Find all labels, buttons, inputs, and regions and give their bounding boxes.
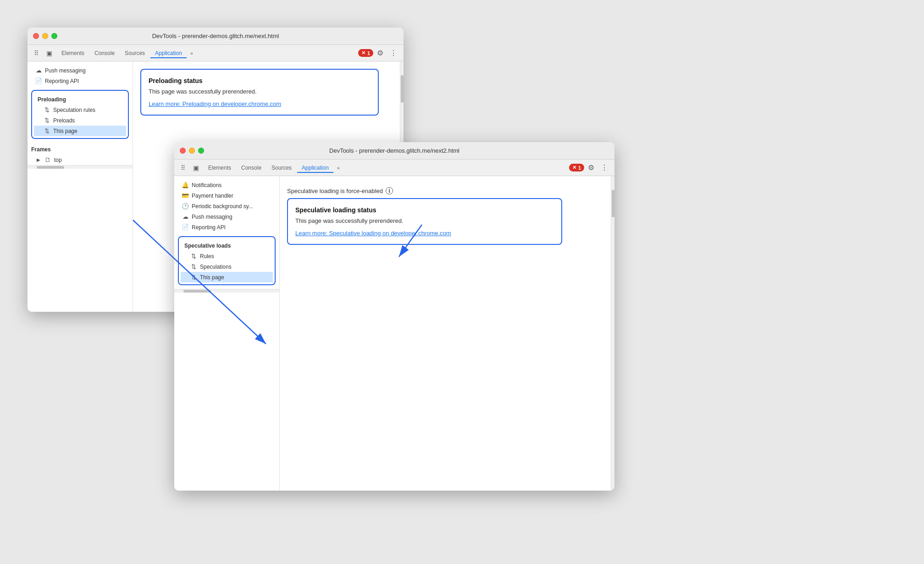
more-tabs-icon-1[interactable]: » — [188, 49, 196, 58]
sidebar-1: ☁ Push messaging 📄 Reporting API Preload… — [28, 61, 133, 312]
sidebar-item-reporting-api-2[interactable]: 📄 Reporting API — [174, 222, 279, 232]
force-enabled-row: Speculative loading is force-enabled ℹ — [287, 183, 603, 198]
tab-console-2[interactable]: Console — [237, 163, 266, 173]
tab-sources-1[interactable]: Sources — [120, 48, 149, 58]
titlebar-2: DevTools - prerender-demos.glitch.me/nex… — [174, 142, 614, 160]
updown-icon-3: ⇅ — [43, 127, 50, 134]
info-icon[interactable]: ℹ — [386, 187, 393, 194]
tab-application-1[interactable]: Application — [150, 48, 187, 58]
speculative-status-box: Speculative loading status This page was… — [287, 198, 562, 245]
more-tabs-icon-2[interactable]: » — [334, 163, 343, 172]
sidebar-item-this-page-2[interactable]: ⇅ This page — [181, 272, 273, 282]
devtools-tabbar-2: ⠿ ▣ Elements Console Sources Application… — [174, 160, 614, 176]
sidebar-item-push-messaging-2[interactable]: ☁ Push messaging — [174, 211, 279, 222]
close-button-1[interactable] — [33, 33, 39, 39]
preloading-status-title: Preloading status — [149, 77, 371, 84]
h-scrollbar-2[interactable] — [174, 289, 279, 293]
traffic-lights-2 — [180, 148, 204, 154]
v-scrollbar-thumb-2 — [612, 190, 614, 217]
sidebar-item-top-1[interactable]: ▶ 🗋 top — [28, 155, 133, 165]
sidebar-item-reporting-api-1[interactable]: 📄 Reporting API — [28, 76, 133, 86]
preloading-status-text: This page was successfully prerendered. — [149, 88, 371, 95]
sidebar-item-preloads-1[interactable]: ⇅ Preloads — [34, 115, 126, 126]
preloading-status-box: Preloading status This page was successf… — [140, 69, 379, 116]
speculative-status-title: Speculative loading status — [295, 206, 554, 214]
tab-elements-2[interactable]: Elements — [204, 163, 236, 173]
tab-sources-2[interactable]: Sources — [267, 163, 296, 173]
updown-icon-1: ⇅ — [43, 106, 50, 113]
payment-icon: 💳 — [182, 192, 189, 199]
close-button-2[interactable] — [180, 148, 186, 154]
force-enabled-text: Speculative loading is force-enabled — [287, 188, 383, 194]
tab-application-2[interactable]: Application — [297, 163, 333, 173]
sidebar-item-speculations-2[interactable]: ⇅ Speculations — [181, 261, 273, 272]
maximize-button-2[interactable] — [198, 148, 204, 154]
more-icon-1[interactable]: ⋮ — [387, 47, 400, 59]
devtools-body-2: 🔔 Notifications 💳 Payment handler 🕐 Peri… — [174, 176, 614, 491]
sidebar-item-push-messaging-1[interactable]: ☁ Push messaging — [28, 65, 133, 76]
error-badge-2: ✕ 1 — [569, 164, 584, 171]
h-scrollbar-1[interactable] — [28, 165, 133, 169]
updown-icon-2: ⇅ — [43, 117, 50, 124]
preloading-group-box: Preloading ⇅ Speculation rules ⇅ Preload… — [31, 90, 129, 139]
sidebar-item-rules-2[interactable]: ⇅ Rules — [181, 251, 273, 261]
sidebar-item-payment-handler-2[interactable]: 💳 Payment handler — [174, 190, 279, 201]
doc-icon-2: 📄 — [182, 224, 189, 231]
arrow-icon: ▶ — [37, 157, 41, 162]
updown-icon-6: ⇅ — [190, 274, 197, 281]
doc-icon: 📄 — [35, 77, 42, 84]
speculative-learn-more-link[interactable]: Learn more: Speculative loading on devel… — [295, 230, 554, 237]
devtools-tabbar-1: ⠿ ▣ Elements Console Sources Application… — [28, 45, 404, 61]
settings-icon-2[interactable]: ⚙ — [585, 161, 597, 174]
minimize-button-1[interactable] — [42, 33, 48, 39]
clock-icon: 🕐 — [182, 203, 189, 210]
frames-group-label: Frames — [28, 143, 133, 155]
tab-console-1[interactable]: Console — [90, 48, 119, 58]
updown-icon-5: ⇅ — [190, 263, 197, 270]
main-content-2: Speculative loading is force-enabled ℹ S… — [280, 176, 611, 491]
window-title-1: DevTools - prerender-demos.glitch.me/nex… — [152, 33, 279, 39]
more-icon-2[interactable]: ⋮ — [598, 161, 611, 174]
window-title-2: DevTools - prerender-demos.glitch.me/nex… — [329, 147, 459, 154]
v-scrollbar-2[interactable] — [611, 176, 614, 491]
speculative-status-text: This page was successfully prerendered. — [295, 217, 554, 224]
tab-elements-1[interactable]: Elements — [57, 48, 89, 58]
sidebar-2: 🔔 Notifications 💳 Payment handler 🕐 Peri… — [174, 176, 280, 491]
sidebar-item-periodic-bg-2[interactable]: 🕐 Periodic background sy... — [174, 201, 279, 211]
maximize-button-1[interactable] — [51, 33, 57, 39]
speculative-group-box: Speculative loads ⇅ Rules ⇅ Speculations… — [178, 236, 276, 285]
cursor-icon-2[interactable]: ⠿ — [178, 163, 188, 173]
cloud-icon: ☁ — [35, 67, 42, 74]
devtools-window-2: DevTools - prerender-demos.glitch.me/nex… — [174, 142, 614, 491]
cloud-icon-2: ☁ — [182, 213, 189, 220]
device-icon-1[interactable]: ▣ — [44, 48, 54, 58]
preloading-learn-more-link[interactable]: Learn more: Preloading on developer.chro… — [149, 100, 371, 107]
traffic-lights-1 — [33, 33, 57, 39]
minimize-button-2[interactable] — [189, 148, 195, 154]
v-scrollbar-thumb-1 — [401, 75, 404, 103]
h-scrollbar-thumb-1 — [37, 166, 64, 169]
cursor-icon-1[interactable]: ⠿ — [31, 48, 41, 58]
settings-icon-1[interactable]: ⚙ — [374, 47, 386, 59]
error-badge-1: ✕ 1 — [358, 49, 373, 57]
titlebar-1: DevTools - prerender-demos.glitch.me/nex… — [28, 28, 404, 45]
updown-icon-4: ⇅ — [190, 253, 197, 260]
sidebar-item-this-page-1[interactable]: ⇅ This page — [34, 126, 126, 136]
speculative-group-label: Speculative loads — [181, 239, 273, 251]
preloading-group-label: Preloading — [34, 93, 126, 105]
device-icon-2[interactable]: ▣ — [191, 163, 201, 173]
sidebar-item-speculation-rules-1[interactable]: ⇅ Speculation rules — [34, 105, 126, 115]
h-scrollbar-thumb-2 — [183, 290, 211, 293]
notification-icon: 🔔 — [182, 182, 189, 188]
sidebar-item-notifications-2[interactable]: 🔔 Notifications — [174, 180, 279, 190]
folder-icon: 🗋 — [44, 156, 51, 163]
